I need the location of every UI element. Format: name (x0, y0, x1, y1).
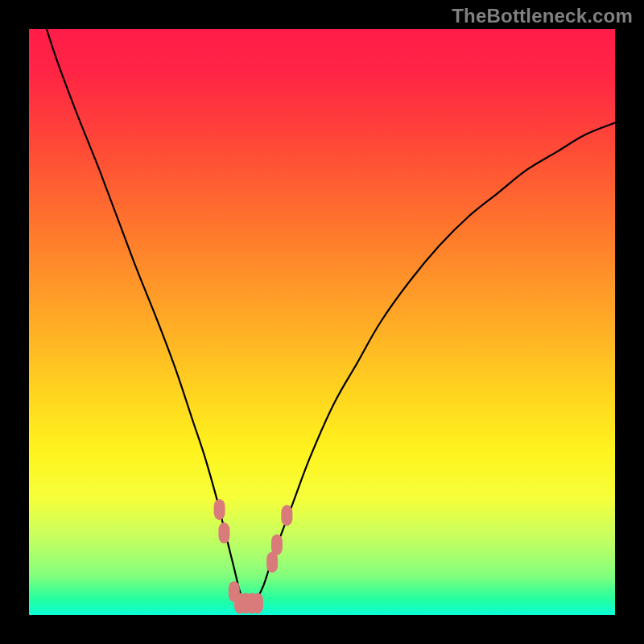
highlight-marker (218, 522, 229, 543)
highlight-marker (214, 499, 225, 520)
highlight-marker (281, 505, 292, 526)
watermark-text: TheBottleneck.com (452, 5, 633, 27)
highlight-marker (252, 592, 263, 613)
bottleneck-chart (0, 0, 644, 644)
highlight-marker (271, 535, 283, 555)
plot-background (29, 29, 615, 615)
